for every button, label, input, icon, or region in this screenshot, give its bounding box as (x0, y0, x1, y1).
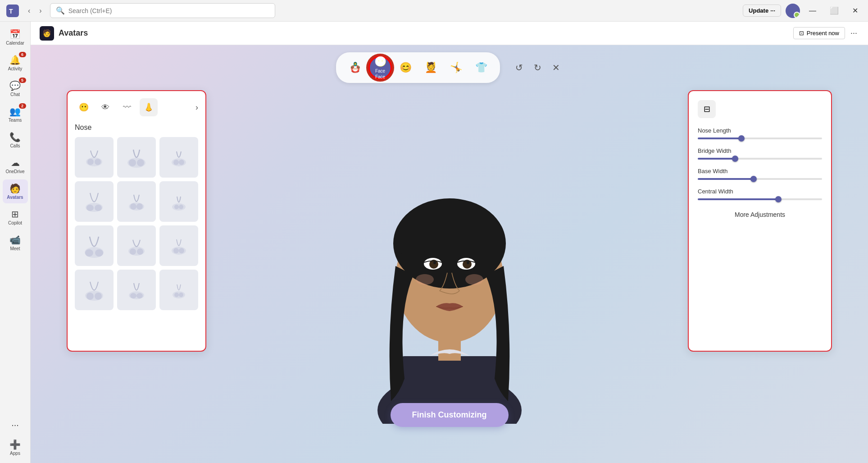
titlebar-right: Update ··· — ⬜ ✕ (743, 4, 863, 18)
sidebar-item-activity[interactable]: 🔔 6 Activity (3, 51, 28, 75)
present-now-button[interactable]: ⊡ Present now (793, 27, 845, 39)
nose-grid (75, 137, 198, 310)
panel-tab-nose[interactable]: 👃 (140, 98, 158, 116)
sidebar-item-apps[interactable]: ➕ Apps (3, 435, 28, 459)
svg-point-7 (137, 159, 144, 166)
search-bar: 🔍 (50, 3, 275, 18)
bridge-width-section: Bridge Width (698, 147, 822, 160)
sidebar-item-meet[interactable]: 📹 Meet (3, 231, 28, 255)
nose-item-6[interactable] (159, 181, 198, 222)
nose-item-2[interactable] (117, 137, 156, 178)
sidebar-item-teams[interactable]: 👥 2 Teams (3, 102, 28, 126)
meet-icon: 📹 (9, 234, 21, 245)
nose-item-7[interactable] (75, 225, 114, 266)
svg-point-16 (136, 203, 143, 210)
header-more-button[interactable]: ··· (849, 27, 859, 40)
right-panel-header: ⊟ (698, 100, 822, 118)
svg-point-10 (179, 160, 184, 165)
redo-button[interactable]: ↻ (531, 60, 544, 76)
teams-logo: T (5, 4, 20, 18)
present-icon: ⊡ (799, 30, 804, 37)
bridge-width-track[interactable] (698, 158, 822, 160)
update-button[interactable]: Update ··· (743, 5, 781, 17)
svg-point-25 (137, 248, 143, 255)
nose-item-4[interactable] (75, 181, 114, 222)
sidebar-item-onedrive[interactable]: ☁ OneDrive (3, 154, 28, 178)
nose-item-3[interactable] (159, 137, 198, 178)
nose-item-8[interactable] (117, 225, 156, 266)
undo-button[interactable]: ↺ (513, 60, 526, 76)
search-input[interactable] (68, 7, 269, 14)
central-width-thumb[interactable] (775, 196, 782, 202)
sidebar-label-avatars: Avatars (7, 195, 23, 200)
finish-customizing-button[interactable]: Finish Customizing (391, 403, 509, 427)
avatar-svg (359, 86, 540, 424)
sidebar-label-onedrive: OneDrive (5, 169, 24, 174)
close-editor-button[interactable]: ✕ (550, 60, 563, 76)
nose-length-thumb[interactable] (738, 135, 745, 142)
main-layout: 📅 Calendar 🔔 6 Activity 💬 5 Chat 👥 2 Tea… (0, 22, 868, 463)
app-icon: 🧑 (40, 26, 54, 41)
face-tab-label: Face (375, 69, 385, 73)
nose-item-5[interactable] (117, 181, 156, 222)
more-adjustments-button[interactable]: More Adjustments (698, 211, 822, 218)
sidebar-item-copilot[interactable]: ⊞ Copilot (3, 205, 28, 229)
svg-point-27 (173, 248, 179, 253)
bridge-width-thumb[interactable] (732, 156, 738, 162)
base-width-thumb[interactable] (750, 176, 757, 182)
minimize-button[interactable]: — (804, 5, 821, 17)
nose-length-section: Nose Length (698, 127, 822, 139)
central-width-fill (698, 198, 778, 200)
panel-tab-next[interactable]: › (195, 103, 198, 112)
sidebar-item-avatars[interactable]: 🧑 Avatars (3, 179, 28, 203)
svg-point-9 (173, 160, 179, 165)
sidebar-label-chat: Chat (10, 92, 20, 97)
bridge-width-fill (698, 158, 735, 160)
sidebar-item-calendar[interactable]: 📅 Calendar (3, 25, 28, 49)
nose-length-fill (698, 138, 741, 139)
nose-length-track[interactable] (698, 138, 822, 139)
top-toolbar: 🪆 😶 Face Face 😊 💆 🤸 👕 ↺ ↻ ✕ (336, 45, 563, 87)
toolbar-tab-outfit[interactable]: 👕 (469, 56, 493, 79)
more-icon: ··· (11, 420, 19, 430)
back-button[interactable]: ‹ (24, 5, 34, 17)
panel-tab-eyebrows[interactable]: 〰 (118, 98, 136, 116)
svg-point-13 (95, 205, 102, 211)
toolbar-tab-face[interactable]: 😶 Face Face (368, 56, 392, 79)
face-tab-icon: 😶 (374, 56, 386, 68)
sidebar-item-calls[interactable]: 📞 Calls (3, 128, 28, 152)
sidebar-item-chat[interactable]: 💬 5 Chat (3, 77, 28, 101)
nose-item-10[interactable] (75, 270, 114, 310)
central-width-section: Central Width (698, 188, 822, 200)
sidebar-item-more[interactable]: ··· (3, 416, 28, 434)
header-right: ⊡ Present now ··· (793, 27, 859, 40)
toolbar-tab-expression[interactable]: 😊 (394, 56, 417, 79)
sliders-icon: ⊟ (698, 100, 716, 118)
toolbar-tab-pose[interactable]: 🤸 (444, 56, 468, 79)
central-width-track[interactable] (698, 198, 822, 200)
sidebar-label-copilot: Copilot (8, 220, 22, 225)
toolbar-tab-body[interactable]: 🪆 (343, 56, 367, 79)
svg-point-30 (86, 293, 94, 300)
panel-tab-eyes[interactable]: 👁 (96, 98, 114, 116)
chat-badge: 5 (19, 78, 26, 83)
nose-item-12[interactable] (159, 270, 198, 310)
user-avatar[interactable] (786, 4, 800, 18)
svg-point-18 (174, 205, 179, 209)
close-button[interactable]: ✕ (848, 5, 863, 17)
svg-point-6 (129, 159, 136, 166)
base-width-track[interactable] (698, 178, 822, 180)
titlebar: T ‹ › 🔍 Update ··· — ⬜ ✕ (0, 0, 868, 22)
base-width-section: Base Width (698, 168, 822, 180)
nose-item-11[interactable] (117, 270, 156, 310)
nose-item-9[interactable] (159, 225, 198, 266)
maximize-button[interactable]: ⬜ (825, 5, 843, 17)
onedrive-icon: ☁ (11, 157, 20, 168)
svg-point-19 (179, 205, 183, 209)
panel-tab-face-shape[interactable]: 😶 (75, 98, 93, 116)
apps-icon: ➕ (9, 439, 21, 450)
forward-button[interactable]: › (36, 5, 45, 17)
avatar-workspace: 🪆 😶 Face Face 😊 💆 🤸 👕 ↺ ↻ ✕ (31, 45, 868, 463)
toolbar-tab-hair[interactable]: 💆 (419, 56, 442, 79)
nose-item-1[interactable] (75, 137, 114, 178)
